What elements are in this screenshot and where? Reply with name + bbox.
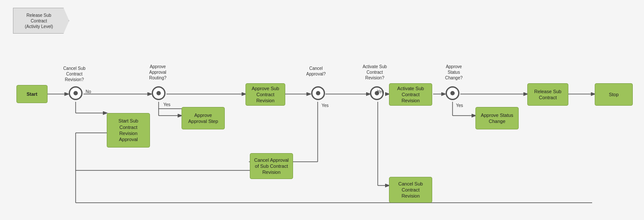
d2-gateway: [152, 86, 166, 100]
start-node: Start: [16, 85, 48, 103]
approve-status-change: Approve StatusChange: [475, 107, 519, 129]
d5-yes-label: Yes: [456, 103, 463, 108]
cancel-sub-contract-revision: Cancel SubContractRevision: [389, 177, 432, 203]
d4-yes-label: Yes: [377, 89, 384, 94]
d1-no-label: No: [86, 89, 91, 94]
d3-label: CancelApproval?: [301, 66, 331, 77]
d1-gateway: [69, 86, 83, 100]
release-sub-contract: Release SubContract: [527, 83, 568, 106]
d5-label: ApproveStatusChange?: [434, 64, 473, 81]
d3-gateway: [311, 86, 325, 100]
cancel-approval-sub-contract: Cancel Approvalof Sub ContractRevision: [250, 153, 293, 179]
d2-yes-label: Yes: [163, 102, 170, 107]
start-sub-contract-revision-approval: Start SubContractRevisionApproval: [107, 113, 150, 148]
d5-gateway: [446, 86, 459, 100]
approve-sub-contract-revision: Approve SubContractRevision: [245, 83, 285, 106]
d1-label: Cancel SubContractRevision?: [57, 66, 92, 82]
approve-approval-step: ApproveApproval Step: [182, 107, 225, 129]
activate-sub-contract-revision: Activate SubContractRevision: [389, 83, 432, 106]
diagram-container: Release SubContract(Activity Level) Star…: [0, 0, 644, 220]
d3-yes-label: Yes: [322, 103, 328, 108]
stop-node: Stop: [595, 83, 633, 106]
arrows-layer: [0, 0, 644, 220]
d2-label: ApproveApprovalRouting?: [140, 64, 175, 81]
d4-label: Activate SubContractRevision?: [355, 64, 394, 81]
release-sub-contract-header: Release SubContract(Activity Level): [13, 8, 69, 34]
